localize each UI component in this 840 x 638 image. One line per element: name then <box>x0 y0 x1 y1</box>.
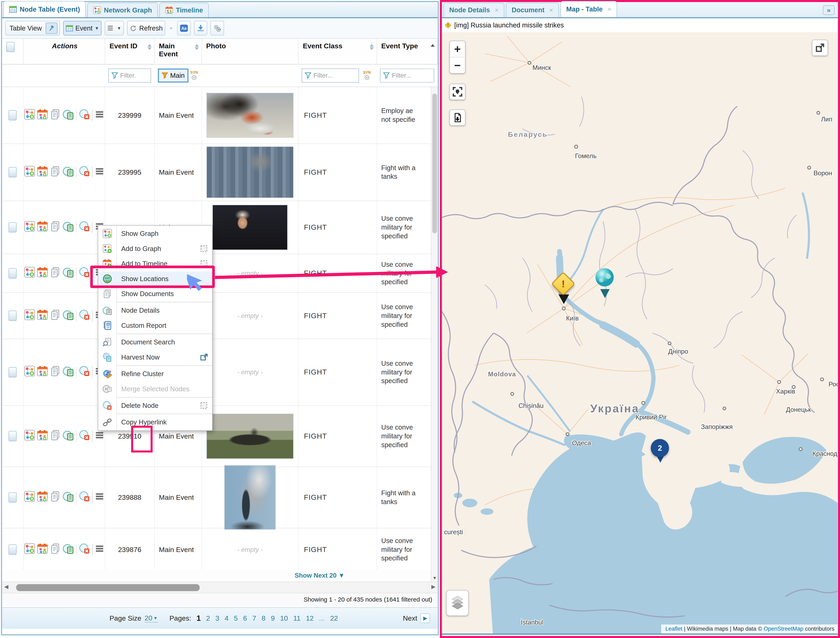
copy-documents-icon[interactable] <box>50 166 61 179</box>
show-graph-icon[interactable] <box>24 543 35 556</box>
table-row[interactable]: 239888 Main Event FIGHT Fight with a tan… <box>2 467 437 528</box>
close-icon[interactable]: × <box>607 6 611 13</box>
menu-item-delete-node[interactable]: Delete Node <box>98 398 212 413</box>
syn-toggle-button[interactable]: SYN <box>360 69 373 82</box>
row-menu-button[interactable] <box>95 109 104 121</box>
node-details-icon[interactable] <box>63 543 74 556</box>
add-to-timeline-icon[interactable] <box>37 109 48 122</box>
map-fullscreen-button[interactable] <box>812 40 828 56</box>
zoom-in-button[interactable]: + <box>450 41 466 57</box>
page-link-9[interactable]: 9 <box>271 614 275 622</box>
row-checkbox[interactable] <box>9 222 17 233</box>
next-page-button[interactable]: ▶ <box>420 613 430 623</box>
column-header-actions[interactable]: Actions <box>24 39 105 64</box>
select-all-checkbox[interactable] <box>6 42 14 52</box>
tab-timeline[interactable]: Timeline <box>159 3 208 17</box>
column-header-event-type[interactable]: Event Type <box>377 39 438 64</box>
copy-documents-icon[interactable] <box>50 267 61 280</box>
settings-button[interactable] <box>210 21 224 35</box>
table-row[interactable]: 239876 Main Event - empty - FIGHT Use co… <box>2 528 437 571</box>
tab-node-details[interactable]: Node Details× <box>444 3 504 17</box>
syn-toggle-button[interactable]: SYN <box>190 69 198 82</box>
page-link-3[interactable]: 3 <box>215 614 219 622</box>
export-button[interactable] <box>194 21 207 35</box>
event-type-filter-input[interactable]: Filter... <box>380 69 434 82</box>
row-menu-button[interactable] <box>95 544 104 556</box>
table-row[interactable]: 239995 Main Event FIGHT Fight with a tan… <box>2 144 437 201</box>
menu-item-refine-cluster[interactable]: Refine Cluster <box>98 366 212 382</box>
column-header-photo[interactable]: Photo <box>202 39 299 64</box>
horizontal-scrollbar[interactable]: ◀ ▶ <box>2 581 437 594</box>
add-to-timeline-icon[interactable] <box>37 429 48 443</box>
row-checkbox[interactable] <box>9 268 17 279</box>
close-icon[interactable]: × <box>495 6 498 14</box>
vertical-scrollbar-thumb[interactable] <box>432 93 437 233</box>
entity-selector[interactable]: Event ▼ <box>63 21 101 35</box>
close-icon[interactable]: × <box>549 6 553 14</box>
delete-node-icon[interactable] <box>79 309 90 323</box>
node-details-icon[interactable] <box>63 429 74 443</box>
delete-node-icon[interactable] <box>79 166 90 179</box>
table-row[interactable]: - empty - FIGHT Use conve military for s… <box>2 293 437 339</box>
table-row[interactable]: Main FIGHT Use conve military for specif… <box>2 201 437 254</box>
page-size-selector[interactable]: 20▼ <box>145 614 158 622</box>
show-graph-icon[interactable] <box>24 267 35 280</box>
menu-item-custom-report[interactable]: Custom Report <box>98 318 212 333</box>
row-menu-button[interactable] <box>95 166 104 178</box>
sort-icon[interactable] <box>195 44 199 50</box>
refresh-button[interactable]: Refresh <box>127 21 165 35</box>
photo-thumbnail[interactable] <box>207 413 294 459</box>
copy-documents-icon[interactable] <box>50 109 61 122</box>
show-graph-icon[interactable] <box>24 491 35 504</box>
scroll-left-arrow[interactable]: ◀ <box>4 584 8 590</box>
tab-node-table[interactable]: Node Table (Event) <box>3 1 86 17</box>
page-link-1[interactable]: 1 <box>197 614 201 623</box>
show-graph-icon[interactable] <box>24 366 35 379</box>
delete-node-icon[interactable] <box>79 429 90 443</box>
vertical-scrollbar[interactable]: ▼ <box>431 87 438 581</box>
node-details-icon[interactable] <box>63 221 74 234</box>
main-event-filter-input[interactable]: Main <box>158 69 188 82</box>
menu-item-add-to-graph[interactable]: Add to Graph <box>98 241 212 256</box>
column-header-event-id[interactable]: Event ID <box>105 39 155 64</box>
show-graph-icon[interactable] <box>24 109 35 122</box>
cluster-marker[interactable]: 2 <box>651 439 669 457</box>
node-details-icon[interactable] <box>63 491 74 504</box>
copy-documents-icon[interactable] <box>50 429 61 443</box>
layers-control[interactable] <box>446 590 469 616</box>
photo-thumbnail[interactable] <box>207 93 294 138</box>
row-menu-button[interactable] <box>95 492 104 503</box>
show-graph-icon[interactable] <box>24 221 35 234</box>
add-to-timeline-icon[interactable] <box>37 309 48 323</box>
page-link-2[interactable]: 2 <box>206 614 210 622</box>
scroll-right-arrow[interactable]: ▶ <box>431 584 435 590</box>
page-link-11[interactable]: 11 <box>293 614 300 622</box>
menu-item-show-graph[interactable]: Show Graph <box>98 226 212 241</box>
copy-documents-icon[interactable] <box>50 491 61 504</box>
page-link-10[interactable]: 10 <box>280 614 288 622</box>
row-menu-button[interactable] <box>95 431 104 442</box>
tab-map-table[interactable]: Map - Table× <box>561 1 617 17</box>
node-details-icon[interactable] <box>63 309 74 323</box>
sort-icon[interactable] <box>369 44 374 50</box>
tab-network-graph[interactable]: Network Graph <box>87 3 158 17</box>
leaflet-link[interactable]: Leaflet <box>665 625 682 632</box>
row-checkbox[interactable] <box>9 492 17 503</box>
delete-node-icon[interactable] <box>79 109 90 122</box>
show-graph-icon[interactable] <box>24 309 35 323</box>
row-checkbox[interactable] <box>9 310 17 321</box>
dictionary-button[interactable]: Aa <box>177 21 191 35</box>
event-class-filter-input[interactable]: Filter... <box>302 69 359 82</box>
pin-button[interactable] <box>46 22 57 34</box>
row-checkbox[interactable] <box>9 545 17 555</box>
show-next-link[interactable]: Show Next 20 ▼ <box>2 570 431 581</box>
menu-item-merge-selected-nodes[interactable]: Merge Selected Nodes <box>98 382 212 397</box>
delete-node-icon[interactable] <box>79 221 90 234</box>
row-checkbox[interactable] <box>9 110 17 120</box>
photo-thumbnail[interactable] <box>212 205 287 250</box>
delete-node-icon[interactable] <box>79 366 90 379</box>
horizontal-scrollbar-thumb[interactable] <box>16 584 200 591</box>
add-to-timeline-icon[interactable] <box>37 543 48 556</box>
node-details-icon[interactable] <box>63 366 74 379</box>
columns-menu-button[interactable]: ▼ <box>105 21 124 35</box>
